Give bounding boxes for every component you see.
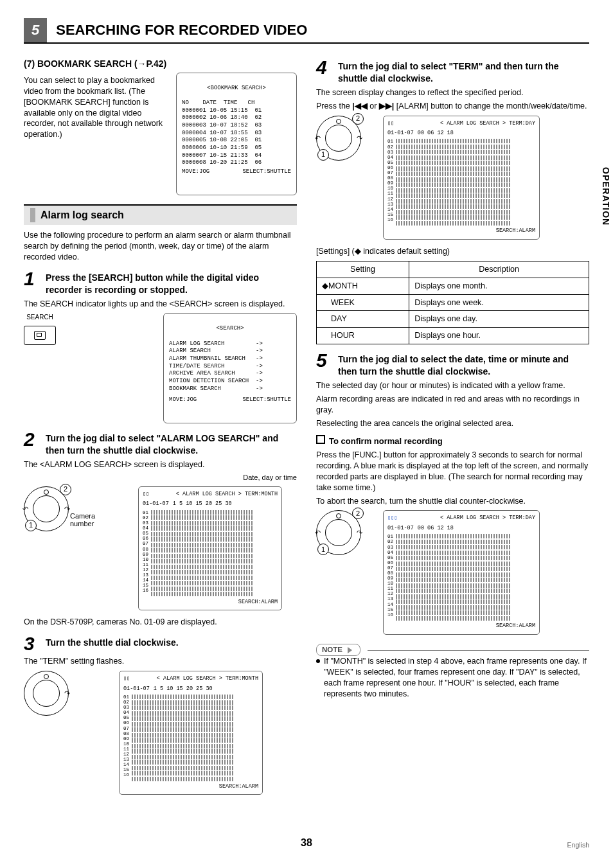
step2-note: On the DSR-5709P, cameras No. 01-09 are … xyxy=(24,617,297,628)
note-tag: NOTE xyxy=(316,644,360,657)
step1-body: The SEARCH indicator lights up and the <… xyxy=(24,299,297,310)
search-menu-item: ALARM SEARCH -> xyxy=(169,348,263,354)
timeline-header: < ALARM LOG SEARCH > TERM:MONTH xyxy=(134,675,258,682)
bookmark-row: 0000005 10-08 22:05 01 xyxy=(182,137,262,143)
camera-numbers-column: 01020304050607080910111213141516 xyxy=(123,695,129,782)
language-label: English xyxy=(567,841,589,849)
search-button-icon xyxy=(24,326,56,345)
settings-th-description: Description xyxy=(409,261,589,278)
step1-title: Press the [SEARCH] button while the digi… xyxy=(46,269,297,296)
screen-footer-right: SELECT:SHUTTLE xyxy=(242,396,291,404)
bookmark-row: 0000006 10-10 21:59 05 xyxy=(182,145,262,151)
rewind-icon: |◀◀ xyxy=(352,102,368,111)
bookmark-row: 0000003 10-07 18:52 03 xyxy=(182,122,262,128)
alarm-log-timeline-screen-day-blue: ▯▯▯ < ALARM LOG SEARCH > TERM:DAY 01-01-… xyxy=(383,510,540,634)
timeline-date: 01-01-07 xyxy=(143,500,169,508)
jog-dial-icon: ↷ xyxy=(24,671,69,716)
settings-th-setting: Setting xyxy=(317,261,409,278)
bookmark-row: 0000001 10-05 15:15 01 xyxy=(182,107,262,114)
alarm-log-intro: Use the following procedure to perform a… xyxy=(24,230,297,263)
screen-footer-left: MOVE:JOG xyxy=(182,168,209,176)
alarm-log-timeline-screen: ▯▯ < ALARM LOG SEARCH > TERM:MONTH 01-01… xyxy=(119,671,263,795)
step-number-3: 3 xyxy=(24,634,46,653)
timeline-axis: 00 06 12 18 xyxy=(418,130,454,137)
step-number-4: 4 xyxy=(316,58,338,77)
step3-body: The "TERM" setting flashes. xyxy=(24,656,297,667)
bookmark-row: 0000002 10-06 18:40 02 xyxy=(182,114,262,121)
chapter-title: SEARCHING FOR RECORDED VIDEO xyxy=(56,22,307,39)
screen-title: <SEARCH> xyxy=(169,325,291,333)
step5-body1: The selected day (or hour or minutes) is… xyxy=(316,380,589,391)
step5-title: Turn the jog dial to select the date, ti… xyxy=(338,351,589,378)
timeline-footer: SEARCH:ALARM xyxy=(143,599,278,606)
screen-col-header: NO DATE TIME CH xyxy=(182,100,254,106)
timeline-footer: SEARCH:ALARM xyxy=(123,783,258,790)
timeline-date: 01-01-07 xyxy=(387,525,414,532)
search-menu-item: TIME/DATE SEARCH -> xyxy=(169,363,263,369)
camera-numbers-column: 01020304050607080910111213141516 xyxy=(143,510,148,598)
bookmark-search-heading: (7) BOOKMARK SEARCH (→P.42) xyxy=(24,58,297,70)
bookmark-row: 0000004 10-07 18:55 03 xyxy=(182,130,262,136)
screen-title: <BOOKMARK SEARCH> xyxy=(182,85,291,93)
step-number-1: 1 xyxy=(24,269,46,288)
table-row: WEEKDisplays one week. xyxy=(317,294,589,311)
timeline-header: < ALARM LOG SEARCH > TERM:DAY xyxy=(401,515,535,522)
step2-body: The <ALARM LOG SEARCH> screen is display… xyxy=(24,459,297,470)
timeline-footer: SEARCH:ALARM xyxy=(387,227,535,235)
timeline-axis: 00 06 12 18 xyxy=(418,525,454,532)
timeline-date: 01-01-07 xyxy=(123,686,150,693)
bookmark-row: 0000008 10-20 21:25 06 xyxy=(182,159,262,166)
timeline-axis: 1 5 10 15 20 25 30 xyxy=(154,686,213,693)
search-menu-screen: <SEARCH> ALARM LOG SEARCH -> ALARM SEARC… xyxy=(163,313,297,423)
step-number-5: 5 xyxy=(316,351,338,370)
fast-forward-icon: ▶▶| xyxy=(379,102,395,111)
search-button-label: SEARCH xyxy=(24,313,56,322)
step5-body2: Alarm recording areas are indicated in r… xyxy=(316,394,589,416)
chapter-number: 5 xyxy=(24,18,47,42)
side-tab-operation: OPERATION xyxy=(601,167,611,226)
camera-number-label: Camera number xyxy=(70,512,109,527)
search-menu-item: ALARM THUMBNAIL SEARCH -> xyxy=(169,355,263,362)
step3-title: Turn the shuttle dial clockwise. xyxy=(46,634,297,649)
alarm-log-timeline-screen-day: ▯▯ < ALARM LOG SEARCH > TERM:DAY 01-01-0… xyxy=(383,116,540,240)
note-body: If "MONTH" is selected in step 4 above, … xyxy=(324,656,589,700)
callout-1: 1 xyxy=(25,520,37,531)
step5-body3: Reselecting the area cancels the origina… xyxy=(316,418,589,429)
search-menu-item: ARCHIVE AREA SEARCH -> xyxy=(169,370,263,376)
date-day-time-label: Date, day or time xyxy=(24,473,297,483)
step4-body2: Press the |◀◀ or ▶▶| [ALARM] button to c… xyxy=(316,101,589,112)
settings-intro: [Settings] (◆ indicates default setting) xyxy=(316,246,589,257)
screen-footer-left: MOVE:JOG xyxy=(169,396,197,404)
camera-numbers-column: 01020304050607080910111213141516 xyxy=(387,534,393,621)
confirm-recording-subhead: To confirm normal recording xyxy=(316,435,589,447)
step4-body1: The screen display changes to reflect th… xyxy=(316,87,589,98)
note-bullet: If "MONTH" is selected in step 4 above, … xyxy=(316,656,589,700)
step-number-2: 2 xyxy=(24,430,46,449)
table-row: DAYDisplays one day. xyxy=(317,311,589,328)
screen-footer-right: SELECT:SHUTTLE xyxy=(242,168,291,176)
chapter-header: 5 SEARCHING FOR RECORDED VIDEO xyxy=(24,18,589,44)
table-row: HOURDisplays one hour. xyxy=(317,328,589,344)
search-menu-item: MOTION DETECTION SEARCH -> xyxy=(169,378,263,384)
bookmark-row: 0000007 10-15 21:33 04 xyxy=(182,152,262,159)
page-number: 38 xyxy=(301,837,312,848)
alarm-log-timeline-screen: ▯▯ < ALARM LOG SEARCH > TERM:MONTH 01-01… xyxy=(138,486,282,610)
step5-sub1: Press the [FUNC.] button for approximate… xyxy=(316,450,589,493)
step2-title: Turn the jog dial to select "ALARM LOG S… xyxy=(46,430,297,457)
bookmark-search-body: You can select to play a bookmarked vide… xyxy=(24,75,167,193)
triangle-icon xyxy=(348,647,352,653)
alarm-log-search-heading: Alarm log search xyxy=(24,204,297,225)
camera-numbers-column: 01020304050607080910111213141516 xyxy=(387,139,393,226)
settings-table: Setting Description ◆MONTHDisplays one m… xyxy=(316,261,589,344)
step5-sub2: To abort the search, turn the shuttle di… xyxy=(316,496,589,507)
search-menu-item: ALARM LOG SEARCH -> xyxy=(169,341,263,347)
timeline-header: < ALARM LOG SEARCH > TERM:MONTH xyxy=(153,491,278,498)
timeline-header: < ALARM LOG SEARCH > TERM:DAY xyxy=(398,120,535,127)
table-row: ◆MONTHDisplays one month. xyxy=(317,278,589,294)
timeline-date: 01-01-07 xyxy=(387,130,414,137)
alarm-log-search-heading-label: Alarm log search xyxy=(40,208,124,222)
step4-title: Turn the jog dial to select "TERM" and t… xyxy=(338,58,589,85)
timeline-axis: 1 5 10 15 20 25 30 xyxy=(173,500,232,508)
timeline-footer: SEARCH:ALARM xyxy=(387,623,535,630)
callout-1: 1 xyxy=(317,149,329,161)
